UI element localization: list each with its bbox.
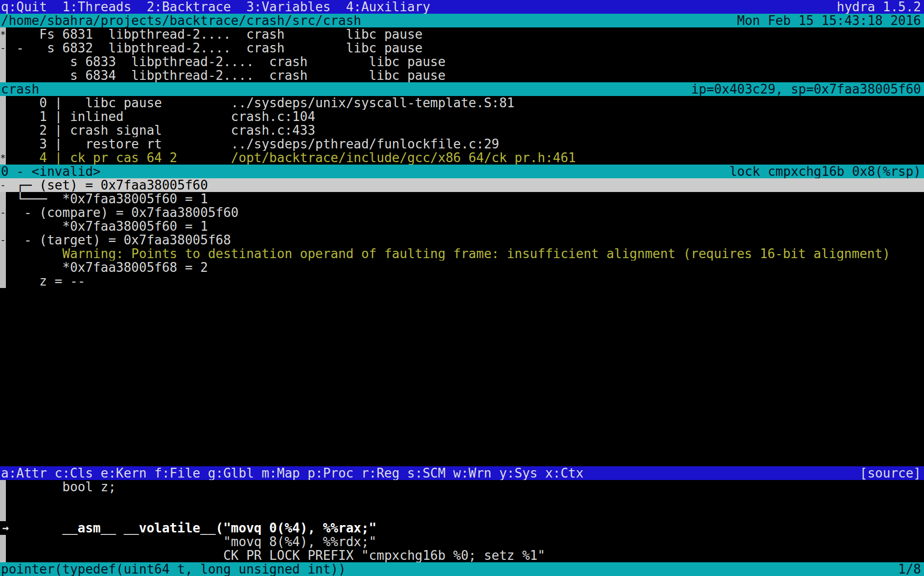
source-line-text: bool z; xyxy=(1,480,116,494)
source-line[interactable] xyxy=(0,507,924,521)
variable-row[interactable]: - - (target) = 0x7faa38005f68 xyxy=(0,233,924,247)
frame-bar: crash ip=0x403c29, sp=0x7faa38005f60 xyxy=(0,82,924,96)
source-line-text: __asm__ __volatile__("movq 0(%4), %%rax;… xyxy=(1,521,377,535)
variable-row-text: z = -- xyxy=(1,274,85,288)
menu-scm[interactable]: s:SCM xyxy=(407,466,446,480)
variable-row[interactable]: - - (compare) = 0x7faa38005f60 xyxy=(0,206,924,219)
backtrace-row-text: 3 | __restore_rt ../sysdeps/pthread/funl… xyxy=(1,137,499,151)
backtrace-row[interactable]: * 4 | ck_pr_cas_64_2 /opt/backtrace/incl… xyxy=(0,151,924,165)
path-bar: /home/sbahra/projects/backtrace/crash/sr… xyxy=(0,14,924,27)
disasm-instruction: lock cmpxchg16b 0x8(%rsp) xyxy=(730,165,921,178)
menu-map[interactable]: m:Map xyxy=(261,466,300,480)
variable-row[interactable]: z = -- xyxy=(0,274,924,288)
variable-row-text: *0x7faa38005f60 = 1 xyxy=(1,219,208,233)
source-line[interactable] xyxy=(0,494,924,507)
variable-row-text: Warning: Points to destination operand o… xyxy=(1,247,890,261)
scrollbar-thumb xyxy=(0,507,6,521)
backtrace-row-text: 4 | ck_pr_cas_64_2 /opt/backtrace/includ… xyxy=(1,151,576,165)
variable-row-text: - (compare) = 0x7faa38005f60 xyxy=(1,206,238,219)
menu-attr[interactable]: a:Attr xyxy=(1,466,47,480)
threads-pane: * Fs 6831 libpthread-2.... crash __libc_… xyxy=(0,27,924,82)
menu-reg[interactable]: r:Reg xyxy=(361,466,400,480)
backtrace-pane: 0 | __libc_pause ../sysdeps/unix/syscall… xyxy=(0,96,924,165)
app-version: hydra 1.5.2 xyxy=(837,0,921,14)
source-line[interactable]: "movq 8(%4), %%rdx;" xyxy=(0,535,924,549)
menu-auxiliary[interactable]: 4:Auxiliary xyxy=(346,0,430,14)
item-position: 1/8 xyxy=(898,562,921,576)
backtrace-row-text: 1 | inlined crash.c:104 xyxy=(1,110,315,123)
menu-variables[interactable]: 3:Variables xyxy=(246,0,331,14)
source-line-text: CK_PR_LOCK_PREFIX "cmpxchg16b %0; setz %… xyxy=(1,549,545,562)
thread-row[interactable]: s 6834 libpthread-2.... crash __libc_pau… xyxy=(0,69,924,82)
source-line-text: "movq 8(%4), %%rdx;" xyxy=(1,535,377,549)
disasm-frame-label: 0 - <invalid> xyxy=(1,165,101,178)
variables-pane: - ┌─ (set) = 0x7faa38005f60 └─── *0x7faa… xyxy=(0,178,924,288)
variable-row[interactable]: - ┌─ (set) = 0x7faa38005f60 xyxy=(0,178,924,192)
thread-row[interactable]: * Fs 6831 libpthread-2.... crash __libc_… xyxy=(0,27,924,41)
menu-backtrace[interactable]: 2:Backtrace xyxy=(146,0,231,14)
menu-ctx[interactable]: x:Ctx xyxy=(545,466,583,480)
variable-row-text: - (target) = 0x7faa38005f68 xyxy=(1,233,231,247)
variable-row[interactable]: *0x7faa38005f68 = 2 xyxy=(0,261,924,274)
variable-row[interactable]: *0x7faa38005f60 = 1 xyxy=(0,219,924,233)
source-line[interactable]: bool z; xyxy=(0,480,924,494)
thread-row-text: s 6834 libpthread-2.... crash __libc_pau… xyxy=(1,69,446,82)
menu-glbl[interactable]: g:Glbl xyxy=(208,466,254,480)
backtrace-row-text: 0 | __libc_pause ../sysdeps/unix/syscall… xyxy=(1,96,515,110)
backtrace-row-text: 2 | crash_signal crash.c:433 xyxy=(1,123,315,137)
menu-proc[interactable]: p:Proc xyxy=(308,466,354,480)
frame-registers: ip=0x403c29, sp=0x7faa38005f60 xyxy=(691,82,921,96)
menu-kern[interactable]: e:Kern xyxy=(100,466,146,480)
backtrace-row[interactable]: 3 | __restore_rt ../sysdeps/pthread/funl… xyxy=(0,137,924,151)
menu-quit[interactable]: q:Quit xyxy=(1,0,47,14)
source-menu-bar: a:Attrc:Clse:Kernf:Fileg:Glblm:Mapp:Proc… xyxy=(0,466,924,480)
variable-row-text: ┌─ (set) = 0x7faa38005f60 xyxy=(1,178,208,192)
source-pane: bool z;→ __asm__ __volatile__("movq 0(%4… xyxy=(0,480,924,562)
variables-pane-empty-space xyxy=(0,288,924,466)
backtrace-row[interactable]: 0 | __libc_pause ../sysdeps/unix/syscall… xyxy=(0,96,924,110)
menu-file[interactable]: f:File xyxy=(154,466,200,480)
menu-sys[interactable]: y:Sys xyxy=(499,466,537,480)
view-mode-badge: [source] xyxy=(860,466,921,480)
thread-row-text: Fs 6831 libpthread-2.... crash __libc_pa… xyxy=(1,27,423,41)
clock: Mon Feb 15 15:43:18 2016 xyxy=(737,14,921,27)
variable-row[interactable]: Warning: Points to destination operand o… xyxy=(0,247,924,261)
frame-name: crash xyxy=(1,82,39,96)
variable-row-text: *0x7faa38005f68 = 2 xyxy=(1,261,208,274)
main-menu: q:Quit1:Threads2:Backtrace3:Variables4:A… xyxy=(1,0,446,14)
thread-row[interactable]: - - s 6832 libpthread-2.... crash __libc… xyxy=(0,41,924,55)
source-line[interactable]: → __asm__ __volatile__("movq 0(%4), %%ra… xyxy=(0,521,924,535)
type-info: pointer(typedef(uint64_t, long unsigned … xyxy=(1,562,346,576)
backtrace-row[interactable]: 2 | crash_signal crash.c:433 xyxy=(0,123,924,137)
source-line[interactable]: CK_PR_LOCK_PREFIX "cmpxchg16b %0; setz %… xyxy=(0,549,924,562)
menu-threads[interactable]: 1:Threads xyxy=(62,0,131,14)
title-bar: q:Quit1:Threads2:Backtrace3:Variables4:A… xyxy=(0,0,924,14)
source-menu: a:Attrc:Clse:Kernf:Fileg:Glblm:Mapp:Proc… xyxy=(1,466,591,480)
menu-cls[interactable]: c:Cls xyxy=(55,466,93,480)
menu-wrn[interactable]: w:Wrn xyxy=(453,466,492,480)
scrollbar-thumb xyxy=(0,494,6,507)
working-path: /home/sbahra/projects/backtrace/crash/sr… xyxy=(1,14,361,27)
thread-row-text: - s 6832 libpthread-2.... crash __libc_p… xyxy=(1,41,423,55)
disasm-bar: 0 - <invalid> lock cmpxchg16b 0x8(%rsp) xyxy=(0,165,924,178)
variable-row[interactable]: └─── *0x7faa38005f60 = 1 xyxy=(0,192,924,206)
thread-row[interactable]: s 6833 libpthread-2.... crash __libc_pau… xyxy=(0,55,924,69)
thread-row-text: s 6833 libpthread-2.... crash __libc_pau… xyxy=(1,55,446,69)
backtrace-row[interactable]: 1 | inlined crash.c:104 xyxy=(0,110,924,123)
status-bar: pointer(typedef(uint64_t, long unsigned … xyxy=(0,562,924,576)
variable-row-text: └─── *0x7faa38005f60 = 1 xyxy=(1,192,208,206)
hydra-debugger-window: q:Quit1:Threads2:Backtrace3:Variables4:A… xyxy=(0,0,924,576)
